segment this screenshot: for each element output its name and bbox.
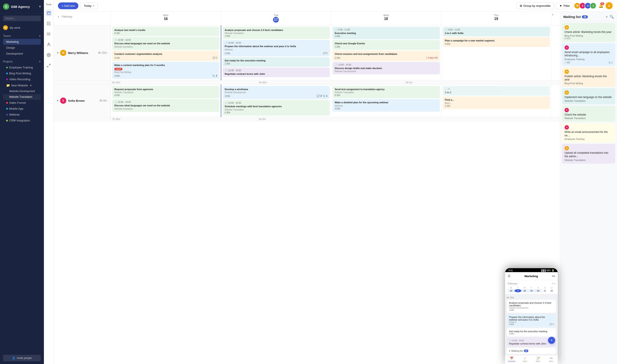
phone-app-header: ☰ Marketing ••• (505, 272, 558, 280)
today-button[interactable]: Today ▾ (81, 2, 98, 9)
cal-day-thu: Thu 19 (441, 12, 551, 25)
waiting-card[interactable]: M Implement new language on the website … (562, 88, 615, 104)
task-card[interactable]: 🕐10:00 - 10:45 Prepare the information a… (223, 40, 330, 56)
phone-frame: 9:41 ▐▐▐ WiFi 🔋 ☰ Marketing ••• February… (505, 268, 558, 364)
filter-button[interactable]: ▼ Filter (556, 2, 573, 9)
phone-cal-next[interactable]: › (554, 282, 555, 285)
phone-nav-more[interactable]: ••• More (545, 357, 558, 362)
waiting-card[interactable]: S Write an email announcement for the ne… (562, 123, 615, 143)
task-card[interactable]: Check new Google Events 1:00h (332, 40, 440, 50)
waiting-card[interactable]: S Send email campaign to all employees i… (562, 43, 615, 66)
icon-toolbar: Tools (44, 0, 54, 364)
phone-task-card[interactable]: Prepare the information about the webina… (507, 314, 556, 327)
sidebar-item-mobile-app[interactable]: Mobile App (3, 106, 41, 112)
task-card[interactable]: Analyze last week's results 0:30h (112, 27, 219, 36)
notifications-button[interactable]: 🔔 28 (599, 3, 603, 8)
task-card[interactable]: 🕐13:00 - 14:30 Discuss design drafts and… (332, 62, 440, 74)
phone-nav-schedule[interactable]: 📅 Schedule (505, 357, 518, 362)
task-card[interactable]: 🕐13:30 - 14:30 Negotiate contract terms … (223, 67, 330, 77)
waiting-add-button[interactable]: + (606, 15, 608, 19)
phone-nav-notes[interactable]: 📝 Notes (531, 357, 545, 362)
task-card[interactable]: Request proposals form agencies Website … (112, 86, 219, 98)
avatar-group[interactable]: M S A J (575, 2, 596, 9)
task-card[interactable]: Get ready for the executive meeting 2:30… (223, 57, 330, 67)
group-by-responsible-button[interactable]: ⊞ Group by responsible (517, 2, 554, 9)
sidebar-item-crm-integration[interactable]: CRM Integration (3, 117, 41, 123)
task-card[interactable]: 🕐9:30 - 11:00 Executive meeting 1:00h (332, 27, 440, 39)
waiting-search-button[interactable]: 🔍 (610, 15, 614, 19)
my-work-item[interactable]: M My work (0, 24, 44, 32)
marry-cell-wed: 🕐9:30 - 11:00 Executive meeting 1:00h Ch… (331, 26, 441, 80)
task-card[interactable]: Make a detailed plan for the upcoming we… (332, 99, 440, 111)
marketing-label: Marketing (6, 40, 19, 43)
waiting-card[interactable]: M Check article: Marketing trends this y… (562, 23, 615, 42)
person-row-marry: ▾ M Marry Williams 8h 15m Analyze last w… (54, 26, 560, 80)
task-card[interactable]: 🕐10:00 - 10:45 Discuss what languages we… (112, 99, 219, 112)
task-card[interactable]: 🕐 10:00 - 10:45 Discuss what languages w… (112, 37, 219, 50)
marry-cell-end (551, 26, 560, 80)
phone-task-card[interactable]: Get ready for the executive meeting 2:30… (507, 328, 556, 337)
next-week-nav[interactable]: › (551, 12, 560, 25)
invite-people-button[interactable]: 👤 Invite people (3, 355, 41, 361)
phone-cal-week-row: 16 17 18 19 20 21 22 (508, 289, 555, 292)
task-card[interactable]: Develop a wireframe Website Development … (223, 86, 330, 99)
projects-add-btn[interactable]: + (39, 60, 41, 64)
sidebar-item-marketing[interactable]: Marketing (3, 39, 41, 45)
phone-nav-tasks[interactable]: ✓ Tasks (518, 357, 531, 362)
sidebar-item-website-translation[interactable]: Website Translation (3, 94, 41, 100)
task-card[interactable]: Make a content marketing plan for 3 mont… (112, 62, 219, 79)
hours-row-sofia: 7h 30m 6h 0m (54, 117, 560, 121)
phone-menu-icon[interactable]: ☰ (508, 274, 510, 278)
phone-fab-button[interactable]: + (548, 337, 555, 344)
employee-training-dot (6, 67, 8, 68)
sidebar-item-new-website[interactable]: 📁 New Website ▾ (3, 82, 41, 88)
settings-tool-icon[interactable] (45, 52, 52, 58)
task-card[interactable]: 🕐10:00 - 10:45 Schedule meetings with be… (223, 100, 330, 115)
waiting-card[interactable]: S Check the website Website Translation (562, 106, 615, 122)
next-week-button[interactable]: › (551, 12, 554, 17)
sidebar-item-design[interactable]: Design (3, 45, 41, 51)
waiting-card[interactable]: M Publish article: Marketing trends this… (562, 67, 615, 87)
sidebar-item-website-development[interactable]: Website Development (3, 88, 41, 94)
prev-week-button[interactable]: ‹ (57, 14, 60, 20)
phone-waiting-count: 28 (524, 350, 528, 352)
brand[interactable]: G GIM Agency ▾ (0, 0, 44, 13)
phone-app-title: Marketing (524, 274, 538, 278)
sidebar-item-sales-funnel[interactable]: Sales Funnel (3, 100, 41, 106)
sidebar-item-employee-training[interactable]: Employee Training (3, 65, 41, 70)
task-card[interactable]: Check resumes and test assignments from … (332, 51, 440, 61)
task-card[interactable]: 🕐9:00 - 11:00 1-to-1 with Sofia (443, 27, 550, 36)
task-card[interactable]: Analyze proposals and choose 2-3 best ca… (223, 27, 330, 39)
brand-chevron[interactable]: ▾ (39, 5, 41, 9)
task-card[interactable]: 🕐9: 1-to-1 (443, 86, 550, 96)
teams-add-btn[interactable]: + (39, 34, 41, 38)
sidebar-item-webinar[interactable]: Webinar (3, 112, 41, 117)
avatar-4[interactable]: J (590, 2, 596, 9)
marry-cell-tue: Analyze proposals and choose 2-3 best ca… (221, 26, 331, 80)
task-card[interactable]: Find a... Mark... 1:30h (443, 96, 550, 109)
person-tool-icon[interactable] (45, 41, 52, 48)
task-card[interactable]: Send test assignment to translation agen… (332, 86, 440, 98)
phone-task-card[interactable]: Analyze proposals and choose 2-3 best ca… (507, 300, 556, 313)
phone-more-icon[interactable]: ••• (552, 274, 555, 278)
user-avatar[interactable]: U (606, 2, 613, 9)
calendar-tool-icon[interactable] (45, 10, 52, 16)
sidebar-item-video-recording[interactable]: Video Recording (3, 76, 41, 82)
check-tool-icon[interactable] (45, 20, 52, 27)
sidebar: G GIM Agency ▾ M My work Teams + Marketi… (0, 0, 44, 364)
search-input[interactable] (3, 15, 41, 21)
add-new-button[interactable]: + Add new (58, 2, 78, 9)
task-card[interactable]: Conduct customer segmentation analysis 3… (112, 51, 219, 61)
expand-tool-icon[interactable] (45, 62, 52, 69)
person-chevron-marry[interactable]: ▾ (57, 51, 58, 54)
phone-cal-prev[interactable]: ‹ (552, 282, 553, 285)
waiting-card[interactable]: M Upload all completed translations into… (562, 144, 615, 163)
sofia-cell-tue: Develop a wireframe Website Development … (221, 85, 331, 117)
calendar-nav: ‹ February (57, 14, 107, 20)
person-chevron-sofia[interactable]: ▾ (57, 99, 58, 102)
sidebar-item-blog-post-writing[interactable]: Blog Post Writing (3, 70, 41, 76)
sidebar-item-development[interactable]: Development (3, 51, 41, 57)
marry-cell-thu: 🕐9:00 - 11:00 1-to-1 with Sofia Plan a c… (441, 26, 551, 80)
task-card[interactable]: Plan a campaign for a new market segment… (443, 37, 550, 47)
list-tool-icon[interactable] (45, 31, 52, 37)
